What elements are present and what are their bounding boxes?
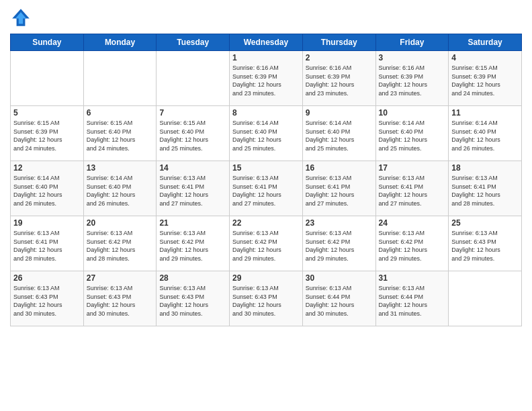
day-info: Sunrise: 6:15 AM Sunset: 6:39 PM Dayligh… — [13, 119, 81, 152]
day-number: 23 — [306, 218, 373, 228]
day-info: Sunrise: 6:13 AM Sunset: 6:41 PM Dayligh… — [13, 229, 81, 263]
calendar-day-cell — [449, 271, 522, 326]
day-info: Sunrise: 6:16 AM Sunset: 6:39 PM Dayligh… — [306, 64, 373, 97]
day-number: 31 — [379, 273, 446, 283]
calendar-day-cell: 21Sunrise: 6:13 AM Sunset: 6:42 PM Dayli… — [157, 216, 230, 271]
calendar-day-cell: 31Sunrise: 6:13 AM Sunset: 6:44 PM Dayli… — [375, 271, 449, 326]
day-of-week-header: Wednesday — [230, 34, 303, 51]
calendar-day-cell: 26Sunrise: 6:13 AM Sunset: 6:43 PM Dayli… — [11, 271, 84, 326]
calendar-day-cell: 11Sunrise: 6:14 AM Sunset: 6:40 PM Dayli… — [449, 106, 522, 161]
day-number: 25 — [451, 218, 519, 228]
calendar-day-cell: 19Sunrise: 6:13 AM Sunset: 6:41 PM Dayli… — [11, 216, 84, 271]
calendar-day-cell: 12Sunrise: 6:14 AM Sunset: 6:40 PM Dayli… — [11, 161, 84, 216]
calendar-day-cell: 1Sunrise: 6:16 AM Sunset: 6:39 PM Daylig… — [230, 51, 303, 106]
day-number: 14 — [159, 163, 226, 173]
day-number: 13 — [87, 163, 154, 173]
calendar-week-row: 12Sunrise: 6:14 AM Sunset: 6:40 PM Dayli… — [11, 161, 522, 216]
calendar-week-row: 26Sunrise: 6:13 AM Sunset: 6:43 PM Dayli… — [11, 271, 522, 326]
calendar-day-cell: 27Sunrise: 6:13 AM Sunset: 6:43 PM Dayli… — [83, 271, 157, 326]
calendar-header-row: SundayMondayTuesdayWednesdayThursdayFrid… — [11, 34, 522, 51]
day-number: 29 — [232, 273, 300, 283]
day-info: Sunrise: 6:16 AM Sunset: 6:39 PM Dayligh… — [379, 64, 446, 97]
calendar-day-cell: 6Sunrise: 6:15 AM Sunset: 6:40 PM Daylig… — [83, 106, 157, 161]
day-info: Sunrise: 6:13 AM Sunset: 6:44 PM Dayligh… — [379, 284, 446, 318]
calendar-day-cell: 23Sunrise: 6:13 AM Sunset: 6:42 PM Dayli… — [302, 216, 375, 271]
calendar-day-cell: 30Sunrise: 6:13 AM Sunset: 6:44 PM Dayli… — [302, 271, 375, 326]
day-of-week-header: Thursday — [302, 34, 375, 51]
day-number: 30 — [306, 273, 373, 283]
day-number: 1 — [232, 53, 300, 62]
day-info: Sunrise: 6:13 AM Sunset: 6:41 PM Dayligh… — [379, 174, 446, 208]
calendar-day-cell: 4Sunrise: 6:15 AM Sunset: 6:39 PM Daylig… — [449, 51, 522, 106]
calendar-day-cell: 14Sunrise: 6:13 AM Sunset: 6:41 PM Dayli… — [157, 161, 230, 216]
day-number: 5 — [13, 108, 81, 118]
day-of-week-header: Friday — [375, 34, 449, 51]
day-info: Sunrise: 6:13 AM Sunset: 6:42 PM Dayligh… — [232, 229, 300, 263]
calendar-day-cell — [157, 51, 230, 106]
day-info: Sunrise: 6:13 AM Sunset: 6:43 PM Dayligh… — [232, 284, 300, 318]
calendar-day-cell — [11, 51, 84, 106]
day-info: Sunrise: 6:13 AM Sunset: 6:43 PM Dayligh… — [451, 229, 519, 263]
calendar-week-row: 19Sunrise: 6:13 AM Sunset: 6:41 PM Dayli… — [11, 216, 522, 271]
day-number: 26 — [13, 273, 81, 283]
calendar-day-cell: 20Sunrise: 6:13 AM Sunset: 6:42 PM Dayli… — [83, 216, 157, 271]
day-number: 15 — [232, 163, 300, 173]
page: SundayMondayTuesdayWednesdayThursdayFrid… — [0, 0, 532, 411]
day-number: 8 — [232, 108, 300, 118]
calendar-day-cell: 5Sunrise: 6:15 AM Sunset: 6:39 PM Daylig… — [11, 106, 84, 161]
day-info: Sunrise: 6:16 AM Sunset: 6:39 PM Dayligh… — [232, 64, 300, 97]
day-info: Sunrise: 6:13 AM Sunset: 6:43 PM Dayligh… — [159, 284, 226, 318]
calendar-day-cell: 17Sunrise: 6:13 AM Sunset: 6:41 PM Dayli… — [375, 161, 449, 216]
calendar-day-cell: 2Sunrise: 6:16 AM Sunset: 6:39 PM Daylig… — [302, 51, 375, 106]
calendar-day-cell: 13Sunrise: 6:14 AM Sunset: 6:40 PM Dayli… — [83, 161, 157, 216]
day-info: Sunrise: 6:15 AM Sunset: 6:39 PM Dayligh… — [451, 64, 519, 97]
calendar-day-cell: 15Sunrise: 6:13 AM Sunset: 6:41 PM Dayli… — [230, 161, 303, 216]
day-number: 27 — [87, 273, 154, 283]
day-of-week-header: Tuesday — [157, 34, 230, 51]
day-number: 17 — [379, 163, 446, 173]
day-info: Sunrise: 6:13 AM Sunset: 6:42 PM Dayligh… — [306, 229, 373, 263]
calendar-day-cell: 18Sunrise: 6:13 AM Sunset: 6:41 PM Dayli… — [449, 161, 522, 216]
day-of-week-header: Monday — [83, 34, 157, 51]
calendar-day-cell: 3Sunrise: 6:16 AM Sunset: 6:39 PM Daylig… — [375, 51, 449, 106]
logo-icon — [10, 7, 32, 28]
day-number: 21 — [159, 218, 226, 228]
day-number: 18 — [451, 163, 519, 173]
calendar-day-cell: 25Sunrise: 6:13 AM Sunset: 6:43 PM Dayli… — [449, 216, 522, 271]
day-info: Sunrise: 6:15 AM Sunset: 6:40 PM Dayligh… — [159, 119, 226, 152]
day-info: Sunrise: 6:14 AM Sunset: 6:40 PM Dayligh… — [232, 119, 300, 152]
header — [10, 7, 522, 28]
day-info: Sunrise: 6:14 AM Sunset: 6:40 PM Dayligh… — [451, 119, 519, 152]
calendar-week-row: 5Sunrise: 6:15 AM Sunset: 6:39 PM Daylig… — [11, 106, 522, 161]
day-of-week-header: Saturday — [449, 34, 522, 51]
day-number: 11 — [451, 108, 519, 118]
day-number: 7 — [159, 108, 226, 118]
logo — [10, 7, 34, 28]
day-number: 3 — [379, 53, 446, 62]
calendar-day-cell: 10Sunrise: 6:14 AM Sunset: 6:40 PM Dayli… — [375, 106, 449, 161]
day-info: Sunrise: 6:13 AM Sunset: 6:42 PM Dayligh… — [159, 229, 226, 263]
day-info: Sunrise: 6:13 AM Sunset: 6:41 PM Dayligh… — [306, 174, 373, 208]
calendar-week-row: 1Sunrise: 6:16 AM Sunset: 6:39 PM Daylig… — [11, 51, 522, 106]
calendar-header: SundayMondayTuesdayWednesdayThursdayFrid… — [11, 34, 522, 51]
day-info: Sunrise: 6:14 AM Sunset: 6:40 PM Dayligh… — [306, 119, 373, 152]
calendar-day-cell: 29Sunrise: 6:13 AM Sunset: 6:43 PM Dayli… — [230, 271, 303, 326]
day-info: Sunrise: 6:13 AM Sunset: 6:44 PM Dayligh… — [306, 284, 373, 318]
day-info: Sunrise: 6:14 AM Sunset: 6:40 PM Dayligh… — [87, 174, 154, 208]
day-info: Sunrise: 6:13 AM Sunset: 6:42 PM Dayligh… — [87, 229, 154, 263]
day-number: 16 — [306, 163, 373, 173]
day-info: Sunrise: 6:13 AM Sunset: 6:43 PM Dayligh… — [13, 284, 81, 318]
day-number: 10 — [379, 108, 446, 118]
day-info: Sunrise: 6:13 AM Sunset: 6:41 PM Dayligh… — [451, 174, 519, 208]
calendar-day-cell — [83, 51, 157, 106]
calendar-day-cell: 7Sunrise: 6:15 AM Sunset: 6:40 PM Daylig… — [157, 106, 230, 161]
day-info: Sunrise: 6:14 AM Sunset: 6:40 PM Dayligh… — [13, 174, 81, 208]
day-number: 4 — [451, 53, 519, 62]
day-of-week-header: Sunday — [11, 34, 84, 51]
day-number: 19 — [13, 218, 81, 228]
day-info: Sunrise: 6:13 AM Sunset: 6:42 PM Dayligh… — [379, 229, 446, 263]
calendar-day-cell: 9Sunrise: 6:14 AM Sunset: 6:40 PM Daylig… — [302, 106, 375, 161]
calendar-day-cell: 28Sunrise: 6:13 AM Sunset: 6:43 PM Dayli… — [157, 271, 230, 326]
calendar-table: SundayMondayTuesdayWednesdayThursdayFrid… — [10, 34, 522, 326]
calendar-day-cell: 22Sunrise: 6:13 AM Sunset: 6:42 PM Dayli… — [230, 216, 303, 271]
